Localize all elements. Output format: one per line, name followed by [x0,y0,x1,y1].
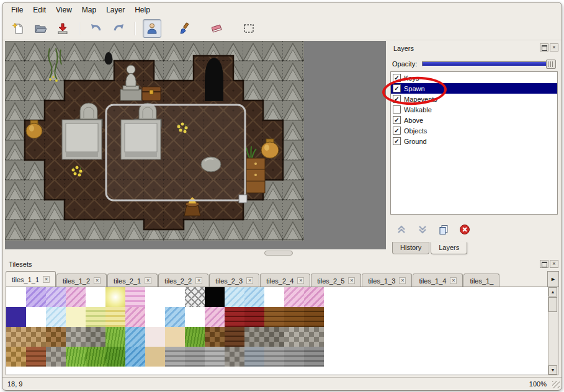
tileset-tile[interactable] [264,287,284,307]
tileset-tile[interactable] [284,347,304,367]
tileset-tile[interactable] [26,287,46,307]
tileset-tile[interactable] [6,347,26,367]
menu-map[interactable]: Map [77,4,101,16]
selection-rect[interactable] [106,105,245,200]
layer-row-ground[interactable]: ✓ Ground [391,136,557,146]
tileset-tab-6[interactable]: tiles_2_5× [311,274,361,287]
tileset-tile[interactable] [225,327,244,347]
map-view[interactable] [5,41,304,241]
menu-layer[interactable]: Layer [101,4,130,16]
layer-row-keys[interactable]: ✓ Keys [391,73,557,83]
resize-grip[interactable] [552,381,560,388]
scroll-down-button[interactable]: ▼ [548,365,557,375]
tileset-tile[interactable] [26,307,46,327]
tab-scroll-right-button[interactable]: ► [547,271,559,287]
tileset-tile[interactable] [304,287,324,307]
tileset-tile[interactable] [6,307,26,327]
eraser-tool-button[interactable] [207,19,226,38]
tileset-tile[interactable] [145,287,165,307]
tileset-tile[interactable] [66,327,86,347]
layer-visibility-checkbox[interactable]: ✓ [393,95,401,103]
tileset-tile[interactable] [185,347,205,367]
tileset-tile[interactable] [244,307,264,327]
tileset-tile[interactable] [105,307,125,327]
tileset-tile[interactable] [264,327,284,347]
brush-tool-button[interactable] [175,19,194,38]
tileset-vscrollbar[interactable]: ▲ ▼ [548,287,558,375]
tileset-tab-2[interactable]: tiles_2_1× [107,274,158,287]
undo-button[interactable] [87,19,105,38]
tileset-tile[interactable] [66,307,86,327]
tileset-tile[interactable] [26,347,46,367]
tab-close-icon[interactable]: × [450,277,457,284]
tileset-tile[interactable] [125,287,145,307]
select-tool-button[interactable] [239,19,258,38]
tileset-tile[interactable] [86,347,105,367]
tileset-tile[interactable] [304,327,324,347]
tileset-tile[interactable] [6,327,26,347]
tab-close-icon[interactable]: × [246,277,253,284]
tileset-tile[interactable] [264,307,284,327]
tileset-tile[interactable] [46,327,66,347]
close-panel-button[interactable]: × [550,43,558,51]
tileset-tile[interactable] [165,327,185,347]
tileset-tile[interactable] [145,307,165,327]
float-panel-button[interactable] [540,43,548,51]
layer-visibility-checkbox[interactable]: ✓ [393,84,401,92]
map-canvas[interactable] [5,41,386,249]
tileset-tile[interactable] [125,307,145,327]
layer-visibility-checkbox[interactable]: ✓ [393,127,401,135]
tab-close-icon[interactable]: × [94,277,101,284]
tileset-tile[interactable] [205,347,225,367]
layer-visibility-checkbox[interactable]: ✓ [393,116,401,124]
tab-close-icon[interactable]: × [145,277,151,284]
map-hscrollbar-thumb[interactable] [264,251,293,256]
tileset-tile[interactable] [244,347,264,367]
move-layer-up-button[interactable] [395,223,408,236]
layer-row-mapevents[interactable]: ✓ Mapevents [391,94,557,104]
tileset-tile[interactable] [145,347,165,367]
tileset-tile[interactable] [304,347,324,367]
move-layer-down-button[interactable] [416,223,429,236]
tileset-tile[interactable] [304,307,324,327]
tileset-tile[interactable] [244,327,264,347]
tileset-tab-8[interactable]: tiles_1_4× [413,274,463,287]
tileset-tile[interactable] [244,287,264,307]
tab-close-icon[interactable]: × [43,276,50,283]
tileset-tile[interactable] [284,287,304,307]
selection-resize-handle[interactable] [239,195,247,203]
tileset-tile[interactable] [165,287,185,307]
tileset-tile[interactable] [185,307,205,327]
tileset-tile[interactable] [205,287,225,307]
layer-visibility-checkbox[interactable]: ✓ [393,74,401,82]
tileset-tile[interactable] [165,307,185,327]
tileset-tile[interactable] [6,287,26,307]
tileset-tab-3[interactable]: tiles_2_2× [158,274,208,287]
layer-row-walkable[interactable]: ✓ Walkable [391,104,557,115]
tileset-vscrollbar-thumb[interactable] [548,297,557,312]
layer-visibility-checkbox[interactable]: ✓ [393,137,401,145]
tileset-tile[interactable] [125,327,145,347]
tileset-tab-9[interactable]: tiles_1_ [463,274,499,287]
tileset-tile[interactable] [46,307,66,327]
tileset-tile[interactable] [284,327,304,347]
tileset-tile[interactable] [46,287,66,307]
layer-visibility-checkbox[interactable]: ✓ [393,105,401,114]
tileset-tile[interactable] [86,307,105,327]
tileset-tab-1[interactable]: tiles_1_2× [56,274,107,287]
tileset-tile[interactable] [46,347,66,367]
close-panel-button[interactable]: × [550,260,558,268]
tileset-tab-5[interactable]: tiles_2_4× [260,274,310,287]
tab-close-icon[interactable]: × [348,277,355,284]
tab-close-icon[interactable]: × [297,277,304,284]
redo-button[interactable] [109,19,128,38]
tileset-tile[interactable] [66,287,86,307]
menu-help[interactable]: Help [130,4,155,16]
duplicate-layer-button[interactable] [437,223,450,236]
save-button[interactable] [53,19,72,38]
tileset-tile[interactable] [105,287,125,307]
dock-tab-history[interactable]: History [392,242,429,254]
new-file-button[interactable] [9,19,27,38]
tileset-tile[interactable] [165,347,185,367]
tileset-tile[interactable] [86,327,105,347]
